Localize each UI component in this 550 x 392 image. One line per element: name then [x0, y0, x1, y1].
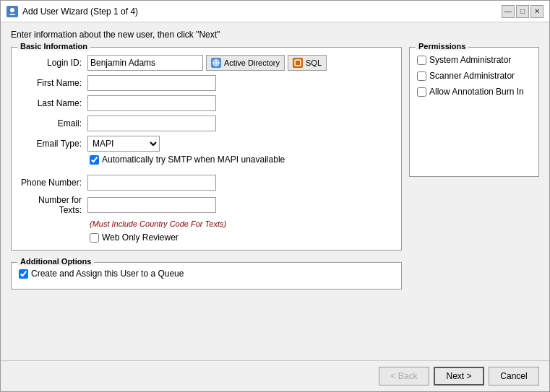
basic-information-box: Basic Information Login ID: Active Direc…: [11, 47, 402, 251]
right-panel: Permissions System Administrator Scanner…: [409, 47, 539, 353]
title-bar: Add User Wizard (Step 1 of 4) — □ ✕: [1, 1, 549, 22]
annotation-burn-checkbox[interactable]: [417, 87, 426, 97]
content-area: Enter information about the new user, th…: [1, 22, 549, 360]
first-name-row: First Name:: [19, 75, 394, 91]
auto-smtp-label: Automatically try SMTP when MAPI unavail…: [102, 154, 285, 165]
first-name-label: First Name:: [19, 78, 87, 88]
main-window: Add User Wizard (Step 1 of 4) — □ ✕ Ente…: [0, 0, 550, 392]
phone-number-input[interactable]: [87, 175, 216, 191]
instruction-text: Enter information about the new user, th…: [11, 30, 539, 40]
close-button[interactable]: ✕: [530, 5, 543, 18]
number-for-texts-input[interactable]: [87, 197, 216, 213]
svg-rect-2: [295, 60, 301, 66]
email-row: Email:: [19, 116, 394, 131]
next-button[interactable]: Next >: [434, 367, 484, 386]
web-only-reviewer-label: Web Only Reviewer: [102, 232, 179, 243]
system-admin-checkbox[interactable]: [417, 56, 426, 65]
title-bar-left: Add User Wizard (Step 1 of 4): [7, 6, 138, 17]
email-type-row: Email Type: MAPI SMTP: [19, 136, 394, 152]
web-only-reviewer-checkbox[interactable]: [90, 233, 99, 243]
annotation-burn-label: Allow Annotation Burn In: [429, 87, 524, 97]
email-label: Email:: [19, 118, 87, 129]
phone-number-row: Phone Number:: [19, 175, 394, 191]
country-code-hint: (Must Include Country Code For Texts): [90, 219, 394, 228]
login-id-label: Login ID:: [19, 58, 87, 68]
active-directory-button[interactable]: Active Directory: [206, 55, 285, 71]
email-type-select[interactable]: MAPI SMTP: [87, 136, 160, 152]
sql-button[interactable]: SQL: [288, 55, 327, 71]
perm-system-admin-row: System Administrator: [417, 55, 531, 65]
web-only-reviewer-row: Web Only Reviewer: [90, 232, 394, 243]
create-assign-checkbox[interactable]: [19, 269, 28, 279]
system-admin-label: System Administrator: [429, 55, 511, 65]
login-id-row: Login ID: Active Directory: [19, 55, 394, 71]
additional-options-label: Additional Options: [17, 257, 94, 266]
back-button[interactable]: < Back: [379, 367, 429, 386]
phone-number-label: Phone Number:: [19, 178, 87, 188]
number-for-texts-row: Number for Texts:: [19, 195, 394, 215]
maximize-button[interactable]: □: [516, 5, 529, 18]
sql-icon: [293, 58, 303, 68]
window-icon: [7, 6, 18, 17]
last-name-row: Last Name:: [19, 95, 394, 111]
login-id-input[interactable]: [87, 55, 203, 71]
active-directory-icon: [211, 58, 221, 68]
perm-scanner-admin-row: Scanner Administrator: [417, 71, 531, 81]
create-assign-label: Create and Assign this User to a Queue: [31, 269, 184, 279]
permissions-label: Permissions: [416, 42, 468, 51]
auto-smtp-row: Automatically try SMTP when MAPI unavail…: [90, 154, 394, 165]
create-assign-row: Create and Assign this User to a Queue: [19, 269, 394, 279]
window-title: Add User Wizard (Step 1 of 4): [22, 6, 138, 17]
cancel-button[interactable]: Cancel: [489, 367, 539, 386]
svg-point-0: [10, 8, 14, 12]
left-panel: Basic Information Login ID: Active Direc…: [11, 47, 402, 353]
title-bar-controls: — □ ✕: [502, 5, 543, 18]
scanner-admin-checkbox[interactable]: [417, 71, 426, 81]
additional-options-box: Additional Options Create and Assign thi…: [11, 262, 402, 289]
sql-label: SQL: [306, 58, 322, 67]
permissions-box: Permissions System Administrator Scanner…: [409, 47, 539, 177]
last-name-input[interactable]: [87, 95, 216, 111]
email-type-label: Email Type:: [19, 139, 87, 149]
bottom-bar: < Back Next > Cancel: [1, 360, 549, 391]
auto-smtp-checkbox[interactable]: [90, 155, 99, 165]
first-name-input[interactable]: [87, 75, 216, 91]
main-panels: Basic Information Login ID: Active Direc…: [11, 47, 539, 353]
minimize-button[interactable]: —: [502, 5, 515, 18]
active-directory-label: Active Directory: [224, 58, 280, 67]
perm-annotation-row: Allow Annotation Burn In: [417, 87, 531, 97]
scanner-admin-label: Scanner Administrator: [429, 71, 515, 81]
email-input[interactable]: [87, 116, 216, 131]
number-for-texts-label: Number for Texts:: [19, 195, 87, 215]
login-id-controls: Active Directory SQL: [87, 55, 327, 71]
basic-information-label: Basic Information: [17, 42, 90, 51]
last-name-label: Last Name:: [19, 98, 87, 108]
